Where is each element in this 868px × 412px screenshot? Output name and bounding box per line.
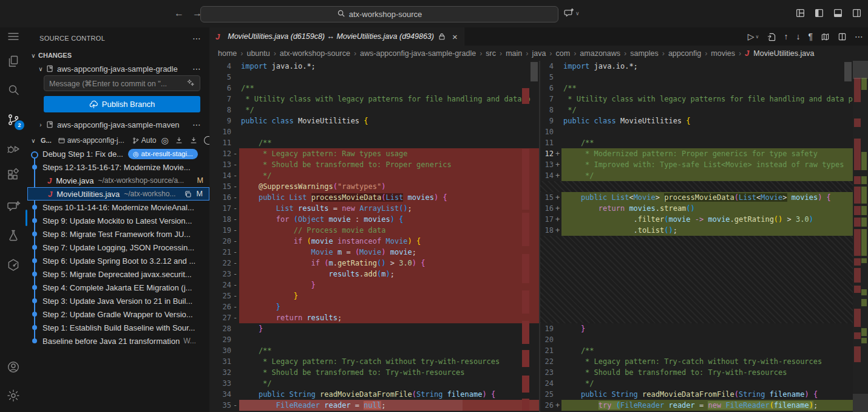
breadcrumb-item[interactable]: src	[486, 49, 496, 58]
commit-row[interactable]: Step 6: Update Spring Boot to 3.2.12 and…	[27, 254, 209, 267]
commit-row[interactable]: Baseline before Java 21 transformationW.…	[27, 334, 209, 348]
line-number: 10	[540, 126, 554, 137]
minimap-mark	[854, 332, 861, 339]
open-file-icon[interactable]	[184, 190, 192, 198]
java-file-icon: J	[48, 190, 52, 199]
minimap[interactable]	[853, 61, 868, 412]
revert-file-icon[interactable]	[767, 32, 776, 41]
commit-row[interactable]: Step 8: Migrate Test Framework from JU..…	[27, 227, 209, 241]
commit-row[interactable]: Step 7: Update Logging, JSON Processin..…	[27, 241, 209, 254]
diff-sign	[231, 334, 239, 345]
split-editor-icon[interactable]	[838, 32, 847, 41]
minimap-mark	[861, 328, 867, 336]
close-tab-icon[interactable]: ×	[452, 32, 458, 42]
settings-gear-icon[interactable]	[6, 388, 21, 403]
commit-row[interactable]: Step 9: Update Mockito to Latest Version…	[27, 214, 209, 227]
breadcrumb-item[interactable]: ubuntu	[246, 49, 270, 58]
line-number: 22	[209, 258, 231, 269]
source-control-icon[interactable]: 2	[6, 112, 21, 127]
scrollbar-slider[interactable]	[531, 62, 538, 81]
run-debug-icon[interactable]	[6, 142, 21, 156]
chevron-down-icon: ∨	[36, 66, 46, 72]
code-line: 29	[209, 334, 539, 345]
breadcrumb-item[interactable]: java	[532, 49, 546, 58]
commit-message-input[interactable]: Message (⌘Enter to commit on "...	[44, 75, 200, 91]
breadcrumb-item[interactable]: movies	[711, 49, 735, 58]
refresh-icon[interactable]	[204, 136, 209, 145]
repo-row-gradle[interactable]: ∨ aws-appconfig-java-sample-gradle ⋯	[27, 62, 209, 75]
minimap-mark	[854, 118, 861, 127]
render-whitespace-icon[interactable]: ¶	[808, 32, 813, 41]
menu-icon[interactable]	[6, 29, 21, 44]
graph-section-label: G...	[41, 137, 52, 144]
graph-branch-picker[interactable]: Auto	[132, 136, 157, 145]
scrollbar-slider[interactable]	[844, 62, 852, 81]
nav-back-icon[interactable]: ←	[174, 8, 184, 19]
commit-row[interactable]: Step 1: Establish Build Baseline with So…	[27, 321, 209, 334]
toggle-panel-icon[interactable]	[833, 8, 843, 18]
hexagon-extension-icon[interactable]	[6, 258, 21, 272]
breadcrumb-item[interactable]: appconfig	[668, 49, 701, 58]
commit-row[interactable]: Step 3: Update Java Version to 21 in Bui…	[27, 294, 209, 307]
testing-icon[interactable]	[6, 228, 21, 243]
commit-row[interactable]: Steps 10-11-14-16: Modernize MovieAnal..…	[27, 201, 209, 214]
previous-change-icon[interactable]: ↑	[784, 32, 788, 41]
java-file-icon: J	[745, 49, 749, 58]
breadcrumb-item[interactable]: home	[218, 49, 237, 58]
breadcrumb-item[interactable]: aws-appconfig-java-sample-gradle	[360, 49, 476, 58]
breadcrumb-file[interactable]: MovieUtilities.java	[753, 49, 814, 58]
publish-branch-button[interactable]: Publish Branch	[44, 96, 200, 112]
customize-layout-icon[interactable]	[795, 8, 805, 18]
toggle-secondary-sidebar-icon[interactable]	[852, 8, 862, 18]
breadcrumb-item[interactable]: com	[556, 49, 571, 58]
repo-row-maven[interactable]: › aws-appconfig-java-sample-maven ⋯	[27, 118, 209, 131]
diff-sign	[554, 356, 561, 367]
chevron-down-icon[interactable]: ∨	[29, 137, 38, 144]
commit-row[interactable]: Debug Step 1: Fix de...◎atx-result-stagi…	[27, 147, 209, 160]
more-actions-icon[interactable]: ⋯	[192, 120, 201, 129]
next-change-icon[interactable]: ↓	[796, 32, 800, 41]
commit-row[interactable]: Step 2: Update Gradle Wrapper to Versio.…	[27, 307, 209, 321]
commit-row[interactable]: Step 4: Complete Jakarta EE Migration (j…	[27, 281, 209, 294]
graph-repo-picker[interactable]: aws-appconfig-j...	[58, 136, 124, 145]
fetch-icon[interactable]	[175, 136, 183, 145]
explorer-icon[interactable]	[6, 54, 21, 69]
toggle-primary-sidebar-icon[interactable]	[814, 8, 824, 18]
sparkle-icon[interactable]	[186, 78, 195, 89]
minimap-slider[interactable]	[853, 61, 868, 79]
search-icon[interactable]	[6, 83, 21, 97]
line-number: 11	[209, 137, 231, 148]
diff-sign: -	[231, 225, 239, 236]
changed-file-row-movie-java[interactable]: JMovie.java~/atx-workshop-source/a...M	[27, 174, 209, 187]
copilot-menu[interactable]: ∨	[563, 7, 580, 19]
git-branch-icon	[132, 137, 140, 145]
command-center-search[interactable]: atx-workshop-source	[200, 6, 558, 22]
target-icon[interactable]: ◎	[161, 136, 168, 145]
more-actions-icon[interactable]: ⋯	[192, 33, 201, 43]
changed-file-row-movieutilities-java[interactable]: JMovieUtilities.java~/atx-worksho...M	[27, 187, 209, 201]
extensions-icon[interactable]	[6, 168, 21, 182]
commit-row[interactable]: Steps 12-13-15-16-17: Modernize Movie...	[27, 160, 209, 174]
changes-section-header[interactable]: ∨ CHANGES	[27, 49, 209, 62]
commit-row[interactable]: Step 5: Migrate Deprecated javax.securit…	[27, 267, 209, 281]
branch-badge[interactable]: ◎atx-result-stagi...	[128, 149, 198, 159]
tab-diff-movieutilities[interactable]: J MovieUtilities.java (d6159c8) ↔ MovieU…	[209, 27, 464, 46]
breadcrumb-item[interactable]: samples	[630, 49, 659, 58]
line-number: 23	[540, 367, 554, 378]
diff-sign	[554, 115, 561, 126]
account-icon[interactable]	[6, 360, 21, 374]
breadcrumb-item[interactable]: main	[506, 49, 522, 58]
chat-icon[interactable]	[6, 199, 21, 214]
breadcrumb-item[interactable]: atx-workshop-source	[280, 49, 350, 58]
run-button[interactable]: ▷∨	[748, 32, 759, 41]
diff-map-icon[interactable]	[821, 32, 830, 41]
diff-original-pane[interactable]: 4import java.io.*;56/**7 * Utility class…	[209, 61, 539, 412]
pull-icon[interactable]	[189, 136, 198, 145]
more-actions-icon[interactable]: ⋯	[855, 32, 863, 41]
diff-modified-pane[interactable]: 4import java.io.*;56/**7 * Utility class…	[540, 61, 853, 412]
breadcrumb-item[interactable]: amazonaws	[580, 49, 620, 58]
more-actions-icon[interactable]: ⋯	[192, 64, 201, 74]
diff-sign: -	[231, 236, 239, 247]
commit-dot	[32, 272, 37, 276]
diff-sign	[554, 345, 561, 356]
